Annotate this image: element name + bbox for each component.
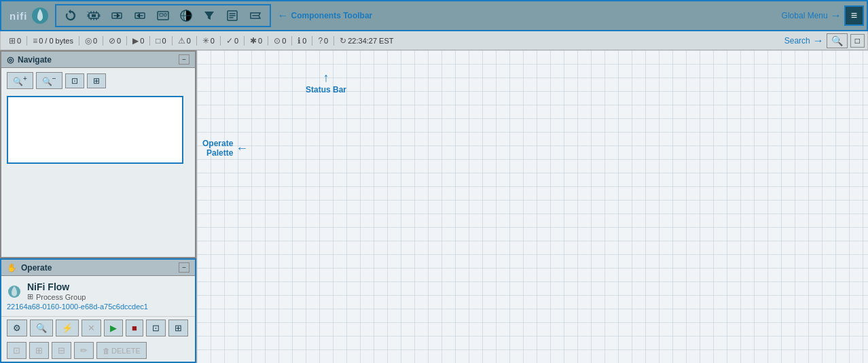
processors-icon: ⊞	[9, 36, 16, 46]
stopped-status: ⊘ 0	[103, 36, 127, 46]
fit-btn[interactable]: ⊡	[65, 73, 84, 88]
process-group-small-icon: ⊞	[27, 292, 33, 301]
check-icon: ✓	[226, 36, 233, 46]
sync-status: ⊙ 0	[268, 36, 292, 46]
reset-icon: ⊞	[93, 76, 100, 86]
canvas-area[interactable]: ↑ Status Bar Operate Palette ←	[197, 50, 868, 363]
bytes-icon: ≡	[33, 36, 37, 46]
enable-all-btn[interactable]: ⚡	[56, 319, 79, 336]
global-menu-annotation-label: Global Menu	[782, 11, 828, 20]
add-template-btn[interactable]	[222, 7, 242, 24]
info-icon: ℹ	[297, 36, 301, 46]
add-remote-process-group-btn[interactable]	[176, 7, 196, 24]
screen-icon: □	[855, 36, 860, 46]
components-toolbar-annotation: ← Components Toolbar	[271, 10, 373, 22]
bytes-status: ≡ 0 / 0 bytes	[27, 36, 79, 46]
navigate-minimap	[7, 96, 183, 164]
info-status: ℹ 0	[292, 36, 312, 46]
add-input-port-btn[interactable]	[107, 7, 127, 24]
template-icon	[225, 8, 240, 23]
global-menu-btn[interactable]: ≡	[844, 5, 864, 26]
operate-title: ✋ Operate	[7, 263, 52, 273]
color-component-btn[interactable]: ✏	[74, 342, 94, 359]
search-icon: 🔍	[831, 35, 843, 46]
operate-title-label: Operate	[21, 263, 52, 273]
add-process-group-btn[interactable]	[153, 7, 173, 24]
hamburger-icon: ≡	[851, 10, 857, 21]
zoom-in-btn[interactable]: 🔍+	[7, 72, 33, 89]
operate-panel: ✋ Operate − NiFi Flow ⊞ Process Group	[0, 258, 196, 363]
bytes-value: 0 / 0 bytes	[39, 37, 73, 45]
add-processor-btn[interactable]	[84, 7, 104, 24]
output-port-icon	[132, 8, 147, 23]
header: nifi	[0, 0, 868, 31]
operate-panel-header: ✋ Operate −	[1, 260, 195, 276]
stop-component-btn[interactable]: ■	[126, 319, 143, 336]
operate-minimize-btn[interactable]: −	[179, 262, 189, 273]
warning-icon: ⚠	[178, 36, 185, 46]
play-icon: ▶	[132, 36, 139, 46]
label-icon	[248, 8, 263, 23]
clock-icon: ↻	[340, 36, 346, 46]
running2-status: ▶ 0	[127, 36, 150, 46]
operate-palette-arrow: ←	[236, 141, 248, 156]
remote-ports-btn[interactable]: ⊞	[168, 319, 188, 336]
question-status: ? 0	[312, 36, 334, 46]
operate-palette-text: Operate Palette	[202, 139, 233, 158]
operate-actions-row1: ⚙ 🔍 ⚡ ✕ ▶ ■ ⊡ ⊞	[1, 316, 195, 339]
disable-all-btn[interactable]: ✕	[82, 319, 101, 336]
nifi-drop-icon	[31, 6, 50, 25]
add-label-btn[interactable]	[245, 7, 266, 24]
status-bar-arrow-up: ↑	[306, 71, 346, 85]
navigate-controls: 🔍+ 🔍− ⊡ ⊞	[1, 68, 195, 93]
main-area: ◎ Navigate − 🔍+ 🔍− ⊡ ⊞	[0, 50, 868, 363]
funnel-icon	[202, 8, 217, 23]
zoom-in-icon: 🔍+	[13, 77, 27, 86]
reset-btn[interactable]: ⊞	[87, 73, 106, 88]
enable-sensitive-btn[interactable]: 🔍	[30, 319, 53, 336]
search-btn[interactable]: 🔍	[827, 33, 848, 48]
cluster-value: 0	[258, 37, 262, 45]
check-value: 0	[234, 37, 238, 45]
cluster-status: ✱ 0	[245, 36, 268, 46]
refresh-toolbar-btn[interactable]	[60, 7, 81, 24]
flow-type: ⊞ Process Group	[27, 292, 86, 301]
fullscreen-btn[interactable]: □	[850, 34, 865, 48]
add-output-port-btn[interactable]	[130, 7, 150, 24]
zoom-out-btn[interactable]: 🔍−	[36, 72, 62, 89]
navigate-title-label: Navigate	[18, 55, 52, 65]
warning-value: 0	[187, 37, 191, 45]
operate-icon: ✋	[7, 263, 17, 273]
nifi-logo: nifi	[4, 6, 55, 25]
status-bar-label: Status Bar	[306, 85, 346, 94]
delete-btn[interactable]: 🗑 DELETE	[96, 342, 147, 359]
flow-name: NiFi Flow	[27, 281, 86, 292]
question-value: 0	[324, 37, 328, 45]
flow-header-row: NiFi Flow ⊞ Process Group	[7, 281, 189, 301]
time-value: 22:34:27 EST	[348, 37, 393, 45]
stopped-icon: ⊘	[109, 36, 115, 46]
global-menu-arrow: →	[831, 10, 842, 22]
global-menu-area: Global Menu → ≡	[782, 5, 864, 26]
schedule-component-btn[interactable]: ⊡	[146, 319, 166, 336]
svg-rect-7	[164, 14, 166, 16]
left-panels: ◎ Navigate − 🔍+ 🔍− ⊡ ⊞	[0, 50, 197, 363]
paste-btn[interactable]: ⊞	[29, 342, 49, 359]
copy-btn[interactable]: ⊡	[7, 342, 26, 359]
processors-value: 0	[17, 37, 21, 45]
errors-value: 0	[211, 37, 215, 45]
delete-label: DELETE	[111, 347, 141, 355]
navigate-minimize-btn[interactable]: −	[179, 54, 189, 65]
configure-component-btn[interactable]: ⚙	[7, 319, 27, 336]
start-component-btn[interactable]: ▶	[104, 319, 123, 336]
running-status: ◎ 0	[79, 36, 103, 46]
zoom-out-icon: 🔍−	[42, 77, 56, 86]
disabled-value: 0	[162, 37, 166, 45]
add-funnel-btn[interactable]	[199, 7, 219, 24]
flow-id: 22164a68-0160-1000-e68d-a75c6dccdec1	[7, 302, 189, 311]
sync-icon: ⊙	[274, 36, 281, 46]
navigate-panel-header: ◎ Navigate −	[1, 52, 195, 68]
trash-icon: 🗑	[103, 347, 110, 355]
group-component-btn[interactable]: ⊟	[52, 342, 71, 359]
components-toolbar-label: Components Toolbar	[291, 11, 373, 20]
